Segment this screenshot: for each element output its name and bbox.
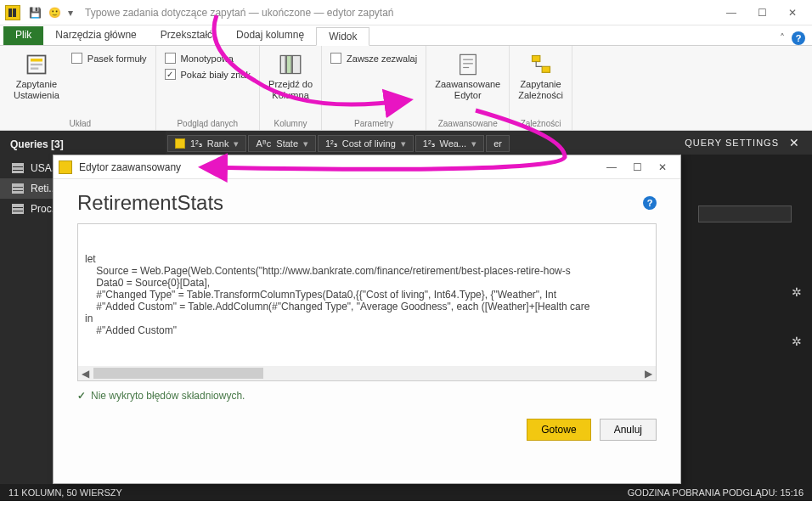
settings-close-icon[interactable]: ✕ [789, 136, 800, 149]
ribbon-tabs: Plik Narzędzia główne Przekształć Dodaj … [0, 25, 812, 46]
dialog-title: Edytor zaawansowany [79, 161, 599, 173]
goto-column-button[interactable]: Przejdź doKolumna [268, 49, 313, 100]
svg-rect-3 [31, 68, 38, 70]
dialog-heading-row: RetirementStats ? [77, 191, 657, 215]
group-label-params: Parametry [354, 119, 393, 128]
dialog-buttons: Gotowe Anuluj [77, 419, 657, 441]
close-button[interactable]: ✕ [778, 3, 807, 23]
column-header-weather[interactable]: 1²₃Wea...▾ [415, 135, 484, 152]
formula-bar-checkbox[interactable]: Pasek formuły [71, 53, 147, 64]
emoji-icon[interactable]: 🙂 [48, 7, 61, 19]
ribbon: ZapytanieUstawienia Pasek formuły Układ … [0, 46, 812, 131]
tab-home[interactable]: Narzędzia główne [43, 26, 148, 45]
cancel-button[interactable]: Anuluj [600, 419, 657, 441]
done-button[interactable]: Gotowe [527, 419, 590, 441]
table-icon [12, 163, 24, 173]
monospace-checkbox[interactable]: Monotypowa [165, 53, 251, 64]
group-label-layout: Układ [69, 119, 91, 128]
dialog-app-icon [59, 160, 72, 174]
tab-view[interactable]: Widok [316, 27, 369, 46]
window-title: Typowe zadania dotyczące zapytań — ukońc… [85, 7, 717, 19]
window-controls: — ☐ ✕ [717, 3, 807, 23]
status-right: GODZINA POBRANIA PODGLĄDU: 15:16 [628, 487, 804, 498]
svg-rect-8 [460, 54, 476, 74]
group-data-preview: Monotypowa Pokaż biały znak Podgląd dany… [156, 46, 261, 130]
column-header-cost[interactable]: 1²₃Cost of living▾ [318, 135, 414, 152]
name-field[interactable] [698, 206, 792, 222]
svg-rect-6 [286, 56, 291, 74]
svg-rect-1 [31, 59, 42, 62]
dialog-body: RetirementStats ? let Source = Web.Page(… [54, 179, 680, 483]
title-bar: 💾 🙂 ▾ Typowe zadania dotyczące zapytań —… [0, 0, 812, 25]
syntax-status: Nie wykryto błędów składniowych. [77, 390, 657, 402]
svg-rect-7 [292, 56, 300, 74]
advanced-editor-button[interactable]: ZaawansowaneEdytor [435, 49, 500, 100]
column-header-trunc[interactable]: er [486, 135, 510, 152]
tab-transform[interactable]: Przekształć [149, 26, 224, 45]
group-layout: ZapytanieUstawienia Pasek formuły Układ [5, 46, 156, 130]
code-text[interactable]: let Source = Web.Page(Web.Contents("http… [85, 253, 649, 336]
whitespace-checkbox[interactable]: Pokaż biały znak [165, 69, 251, 80]
svg-rect-2 [31, 64, 42, 65]
svg-rect-5 [280, 56, 285, 74]
group-columns: Przejdź doKolumna Kolumny [260, 46, 322, 130]
scroll-right-icon[interactable]: ▶ [641, 366, 656, 380]
tab-file[interactable]: Plik [3, 26, 43, 45]
advanced-editor-dialog: Edytor zaawansowany — ☐ ✕ RetirementStat… [53, 155, 681, 484]
minimize-button[interactable]: — [717, 3, 746, 23]
code-scrollbar[interactable]: ◀ ▶ [78, 366, 656, 380]
step-gear-icon[interactable]: ✲ [792, 285, 802, 299]
query-settings-button[interactable]: ZapytanieUstawienia [14, 49, 59, 100]
group-label-advanced: Zaawansowane [438, 119, 498, 128]
qat-dropdown-icon[interactable]: ▾ [68, 7, 73, 19]
query-heading: RetirementStats [77, 191, 223, 215]
table-icon [12, 183, 24, 194]
group-label-deps: Zależności [521, 119, 561, 128]
group-advanced: ZaawansowaneEdytor Zaawansowane [426, 46, 510, 130]
group-params: Zawsze zezwalaj Parametry [322, 46, 426, 130]
group-deps: ZapytanieZależności Zależności [510, 46, 572, 130]
scroll-left-icon[interactable]: ◀ [78, 366, 93, 380]
app-icon [5, 5, 20, 20]
table-icon [12, 204, 24, 214]
step-gear-icon[interactable]: ✲ [792, 335, 802, 348]
code-editor[interactable]: let Source = Web.Page(Web.Contents("http… [77, 223, 657, 381]
svg-rect-12 [532, 56, 539, 62]
group-label-preview: Podgląd danych [177, 119, 238, 128]
tab-add-column[interactable]: Dodaj kolumnę [224, 26, 316, 45]
column-header-rank[interactable]: 1²₃Rank▾ [167, 135, 246, 152]
dialog-maximize-button[interactable]: ☐ [624, 158, 650, 177]
save-icon[interactable]: 💾 [29, 7, 42, 19]
dialog-help-icon[interactable]: ? [643, 196, 657, 210]
query-deps-button[interactable]: ZapytanieZależności [518, 49, 563, 100]
query-settings-header: QUERY SETTINGS ✕ [673, 131, 812, 155]
tab-right-controls: ˄ ? [780, 31, 812, 45]
dialog-close-button[interactable]: ✕ [650, 158, 675, 177]
status-bar: 11 KOLUMN, 50 WIERSZY GODZINA POBRANIA P… [0, 484, 812, 501]
always-allow-checkbox[interactable]: Zawsze zezwalaj [330, 53, 417, 64]
maximize-button[interactable]: ☐ [747, 3, 776, 23]
help-icon[interactable]: ? [792, 31, 805, 45]
status-left: 11 KOLUMN, 50 WIERSZY [8, 487, 122, 498]
dialog-titlebar[interactable]: Edytor zaawansowany — ☐ ✕ [54, 155, 680, 179]
scroll-thumb[interactable] [93, 368, 263, 379]
collapse-ribbon-icon[interactable]: ˄ [780, 32, 785, 44]
svg-rect-13 [542, 66, 550, 72]
group-label-columns: Kolumny [274, 119, 307, 128]
column-header-state[interactable]: AᴮcState▾ [248, 135, 316, 152]
dialog-minimize-button[interactable]: — [599, 158, 624, 177]
